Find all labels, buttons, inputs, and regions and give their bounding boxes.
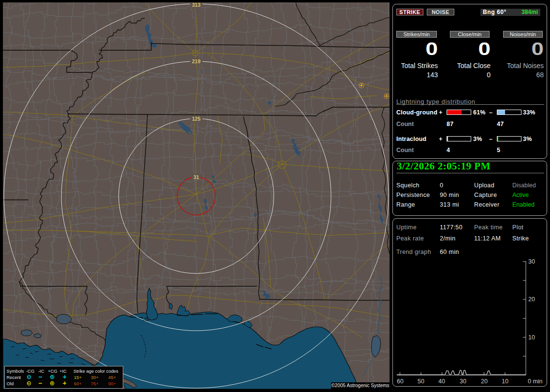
svg-text:Recent: Recent (7, 375, 21, 380)
svg-text:-IC: -IC (38, 368, 44, 374)
svg-text:30: 30 (528, 258, 535, 265)
svg-text:50: 50 (418, 378, 424, 385)
svg-text:60+: 60+ (74, 381, 82, 386)
svg-text:20: 20 (528, 296, 535, 303)
svg-text:30: 30 (460, 378, 466, 385)
svg-text:10: 10 (502, 378, 508, 385)
svg-text:75+: 75+ (91, 381, 99, 386)
svg-text:15+: 15+ (74, 375, 82, 380)
svg-text:40: 40 (438, 378, 445, 385)
svg-text:90+: 90+ (108, 381, 116, 386)
svg-text:45+: 45+ (108, 375, 116, 380)
svg-text:31: 31 (193, 174, 199, 180)
svg-text:+CG: +CG (48, 368, 58, 374)
svg-text:Strike age color codes: Strike age color codes (73, 368, 118, 374)
svg-text:30+: 30+ (91, 375, 99, 380)
svg-text:10: 10 (528, 334, 535, 341)
svg-text:125: 125 (192, 116, 201, 122)
svg-text:313: 313 (192, 2, 201, 8)
svg-text:Old: Old (7, 381, 14, 386)
svg-text:20: 20 (481, 378, 488, 385)
svg-text:-CG: -CG (26, 368, 34, 374)
svg-text:+IC: +IC (59, 368, 67, 374)
svg-text:219: 219 (192, 58, 201, 64)
svg-text:60: 60 (397, 378, 404, 385)
svg-text:Symbols: Symbols (7, 368, 24, 374)
svg-text:0 min: 0 min (528, 378, 543, 385)
